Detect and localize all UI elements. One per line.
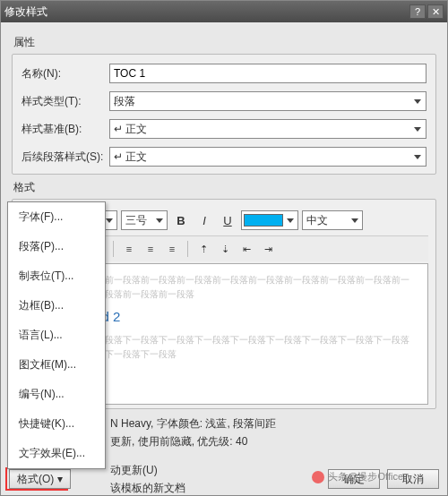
section-format: 格式 bbox=[13, 180, 436, 195]
help-button[interactable]: ? bbox=[409, 4, 426, 19]
font-color-picker[interactable] bbox=[241, 210, 298, 230]
watermark-icon bbox=[312, 471, 324, 483]
indent-decrease-icon[interactable]: ⇤ bbox=[237, 239, 256, 259]
name-input[interactable] bbox=[109, 64, 426, 83]
title-bar: 修改样式 ? ✕ bbox=[1, 1, 447, 22]
space-before-icon[interactable]: ⇡ bbox=[194, 239, 213, 259]
separator bbox=[187, 241, 188, 257]
menu-language[interactable]: 语言(L)... bbox=[8, 321, 105, 350]
underline-button[interactable]: U bbox=[218, 210, 237, 230]
format-button[interactable]: 格式(O) ▾ bbox=[9, 469, 71, 489]
italic-button[interactable]: I bbox=[194, 210, 214, 230]
menu-paragraph[interactable]: 段落(P)... bbox=[8, 232, 105, 261]
next-para-select[interactable]: ↵ 正文 bbox=[109, 147, 426, 167]
line-spacing-1-icon[interactable]: ≡ bbox=[119, 239, 139, 259]
dialog-title: 修改样式 bbox=[4, 4, 47, 20]
style-type-select[interactable]: 段落 bbox=[109, 91, 426, 111]
watermark: 头条@漫步Office bbox=[312, 470, 403, 483]
line-spacing-15-icon[interactable]: ≡ bbox=[141, 239, 160, 259]
menu-frame[interactable]: 图文框(M)... bbox=[8, 350, 105, 380]
menu-border[interactable]: 边框(B)... bbox=[8, 291, 105, 321]
section-properties: 属性 bbox=[13, 35, 436, 50]
language-select[interactable]: 中文 bbox=[302, 210, 363, 230]
menu-numbering[interactable]: 编号(N)... bbox=[8, 380, 105, 409]
size-select[interactable]: 三号 bbox=[121, 210, 168, 230]
label-style-base: 样式基准(B): bbox=[22, 122, 104, 137]
label-next-para: 后续段落样式(S): bbox=[22, 150, 104, 165]
modify-style-dialog: 修改样式 ? ✕ 属性 名称(N): 样式类型(T): 段落 样式基准(B): … bbox=[0, 0, 448, 496]
space-after-icon[interactable]: ⇣ bbox=[215, 239, 235, 259]
menu-tabs[interactable]: 制表位(T)... bbox=[8, 261, 105, 291]
menu-text-effects[interactable]: 文字效果(E)... bbox=[8, 439, 105, 468]
close-button[interactable]: ✕ bbox=[427, 4, 444, 19]
menu-font[interactable]: 字体(F)... bbox=[8, 202, 105, 232]
label-name: 名称(N): bbox=[22, 66, 104, 81]
separator bbox=[113, 241, 114, 257]
indent-increase-icon[interactable]: ⇥ bbox=[258, 239, 278, 259]
style-base-select[interactable]: ↵ 正文 bbox=[109, 119, 426, 139]
line-spacing-2-icon[interactable]: ≡ bbox=[162, 239, 182, 259]
properties-group: 名称(N): 样式类型(T): 段落 样式基准(B): ↵ 正文 后续段落样式(… bbox=[12, 54, 436, 175]
label-style-type: 样式类型(T): bbox=[22, 94, 104, 109]
bold-button[interactable]: B bbox=[171, 210, 191, 230]
format-menu: 字体(F)... 段落(P)... 制表位(T)... 边框(B)... 语言(… bbox=[7, 201, 106, 469]
menu-shortcut[interactable]: 快捷键(K)... bbox=[8, 409, 105, 439]
